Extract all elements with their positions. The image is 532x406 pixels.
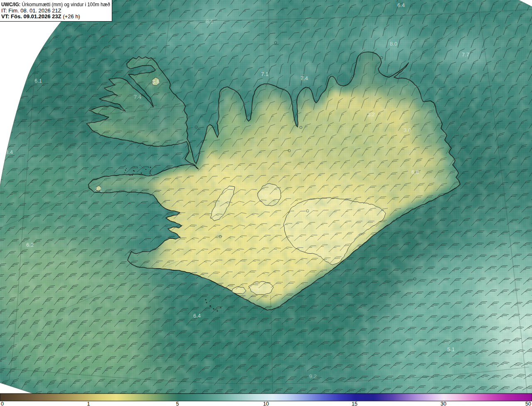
svg-text:1: 1 [87,401,90,406]
svg-text:0: 0 [1,401,4,406]
svg-text:5.1: 5.1 [447,346,455,352]
svg-text:7.1: 7.1 [261,71,268,77]
svg-text:6.4: 6.4 [397,2,405,8]
svg-text:7.4: 7.4 [300,75,308,81]
svg-text:0.8: 0.8 [308,207,315,213]
svg-text:6.4: 6.4 [193,313,201,319]
svg-text:8.1: 8.1 [206,18,213,24]
svg-text:6.2: 6.2 [26,242,34,248]
svg-text:15: 15 [352,401,357,406]
svg-text:50: 50 [525,401,531,406]
svg-text:10: 10 [263,401,269,406]
svg-text:7.7: 7.7 [462,51,469,58]
svg-text:1.2: 1.2 [252,287,259,293]
svg-text:1.3: 1.3 [209,208,217,214]
svg-text:6.8: 6.8 [411,169,419,175]
svg-text:30: 30 [441,401,446,406]
svg-text:8.0: 8.0 [390,41,397,47]
svg-text:5: 5 [176,401,179,406]
svg-text:3.0: 3.0 [404,127,411,133]
svg-text:3.2: 3.2 [367,111,375,117]
svg-text:6.1: 6.1 [34,78,42,84]
svg-text:3.6: 3.6 [152,78,160,85]
svg-text:9.2: 9.2 [309,373,317,379]
svg-text:2.1: 2.1 [95,186,102,193]
svg-text:0.9: 0.9 [261,193,268,199]
svg-text:7.4: 7.4 [134,94,141,100]
